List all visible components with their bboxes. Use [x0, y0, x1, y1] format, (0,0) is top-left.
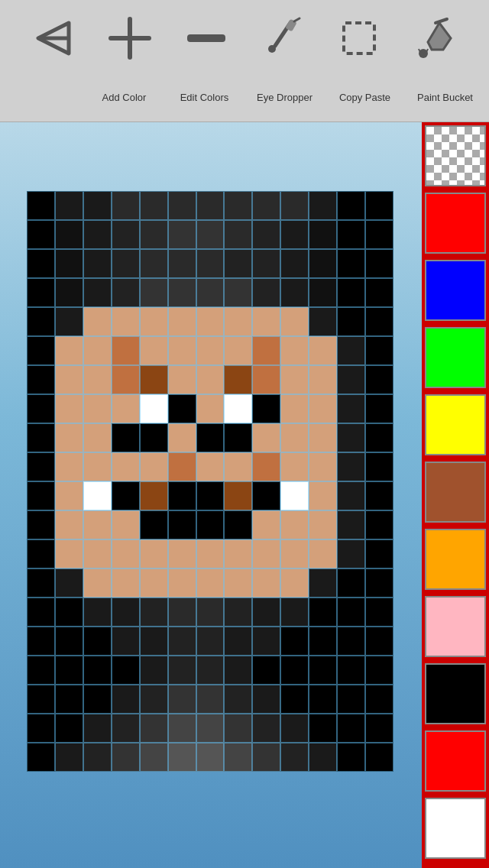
- pixel[interactable]: [365, 510, 393, 539]
- pixel[interactable]: [365, 220, 393, 249]
- pixel[interactable]: [309, 365, 337, 394]
- pixel[interactable]: [280, 220, 309, 249]
- color-pink[interactable]: [425, 596, 486, 657]
- pixel[interactable]: [337, 365, 365, 394]
- pixel[interactable]: [140, 394, 168, 423]
- pixel[interactable]: [252, 365, 280, 394]
- pixel[interactable]: [224, 365, 252, 394]
- pixel[interactable]: [140, 743, 168, 772]
- pixel[interactable]: [168, 685, 196, 714]
- pixel[interactable]: [309, 598, 337, 627]
- pixel[interactable]: [196, 714, 225, 743]
- pixel[interactable]: [83, 627, 112, 656]
- pixel[interactable]: [112, 481, 140, 510]
- pixel[interactable]: [83, 714, 112, 743]
- pixel[interactable]: [337, 568, 365, 598]
- pixel[interactable]: [309, 278, 337, 307]
- pixel[interactable]: [112, 539, 140, 568]
- pixel[interactable]: [196, 220, 225, 249]
- pixel[interactable]: [252, 394, 280, 423]
- pixel[interactable]: [55, 481, 83, 510]
- pixel[interactable]: [55, 423, 83, 452]
- pixel[interactable]: [365, 539, 393, 568]
- pixel[interactable]: [224, 452, 252, 481]
- pixel[interactable]: [55, 365, 83, 394]
- color-orange[interactable]: [425, 529, 486, 590]
- pixel[interactable]: [365, 656, 393, 685]
- pixel[interactable]: [252, 568, 280, 598]
- pixel[interactable]: [27, 510, 55, 539]
- pixel[interactable]: [168, 743, 196, 772]
- pixel[interactable]: [280, 249, 309, 278]
- pixel[interactable]: [309, 423, 337, 452]
- pixel[interactable]: [196, 510, 225, 539]
- edit-colors-button[interactable]: [176, 8, 237, 69]
- pixel[interactable]: [224, 307, 252, 336]
- pixel[interactable]: [112, 656, 140, 685]
- pixel[interactable]: [168, 191, 196, 220]
- pixel[interactable]: [196, 481, 225, 510]
- pixel[interactable]: [168, 714, 196, 743]
- pixel[interactable]: [309, 685, 337, 714]
- pixel[interactable]: [83, 336, 112, 365]
- pixel[interactable]: [280, 598, 309, 627]
- pixel[interactable]: [55, 510, 83, 539]
- pixel[interactable]: [309, 481, 337, 510]
- pixel[interactable]: [83, 307, 112, 336]
- pixel-grid[interactable]: [27, 191, 393, 772]
- pixel[interactable]: [280, 685, 309, 714]
- pixel[interactable]: [168, 336, 196, 365]
- pixel[interactable]: [168, 249, 196, 278]
- pixel[interactable]: [55, 539, 83, 568]
- pixel[interactable]: [140, 423, 168, 452]
- pixel[interactable]: [140, 365, 168, 394]
- pixel[interactable]: [55, 452, 83, 481]
- pixel[interactable]: [168, 656, 196, 685]
- pixel[interactable]: [196, 685, 225, 714]
- pixel[interactable]: [83, 249, 112, 278]
- pixel[interactable]: [365, 423, 393, 452]
- pixel[interactable]: [365, 452, 393, 481]
- pixel[interactable]: [280, 539, 309, 568]
- pixel[interactable]: [252, 249, 280, 278]
- pixel[interactable]: [337, 656, 365, 685]
- pixel[interactable]: [337, 685, 365, 714]
- color-green[interactable]: [425, 327, 486, 388]
- pixel[interactable]: [337, 743, 365, 772]
- pixel[interactable]: [196, 743, 225, 772]
- pixel[interactable]: [27, 656, 55, 685]
- pixel[interactable]: [55, 743, 83, 772]
- pixel[interactable]: [27, 714, 55, 743]
- pixel[interactable]: [112, 452, 140, 481]
- pixel[interactable]: [309, 743, 337, 772]
- pixel[interactable]: [309, 714, 337, 743]
- pixel[interactable]: [309, 656, 337, 685]
- pixel[interactable]: [140, 568, 168, 598]
- color-red2[interactable]: [425, 730, 486, 792]
- pixel[interactable]: [224, 685, 252, 714]
- pixel[interactable]: [365, 191, 393, 220]
- pixel[interactable]: [224, 249, 252, 278]
- pixel[interactable]: [83, 220, 112, 249]
- pixel[interactable]: [365, 394, 393, 423]
- pixel[interactable]: [365, 249, 393, 278]
- color-blue[interactable]: [425, 260, 486, 321]
- pixel[interactable]: [168, 627, 196, 656]
- pixel[interactable]: [365, 481, 393, 510]
- pixel[interactable]: [55, 627, 83, 656]
- pixel[interactable]: [55, 278, 83, 307]
- pixel[interactable]: [168, 598, 196, 627]
- pixel[interactable]: [112, 568, 140, 598]
- pixel[interactable]: [27, 220, 55, 249]
- pixel[interactable]: [337, 307, 365, 336]
- pixel[interactable]: [27, 539, 55, 568]
- pixel[interactable]: [252, 220, 280, 249]
- pixel[interactable]: [252, 307, 280, 336]
- pixel[interactable]: [55, 249, 83, 278]
- pixel[interactable]: [168, 568, 196, 598]
- pixel[interactable]: [83, 452, 112, 481]
- pixel[interactable]: [83, 278, 112, 307]
- pixel[interactable]: [196, 568, 225, 598]
- pixel[interactable]: [168, 481, 196, 510]
- pixel[interactable]: [140, 191, 168, 220]
